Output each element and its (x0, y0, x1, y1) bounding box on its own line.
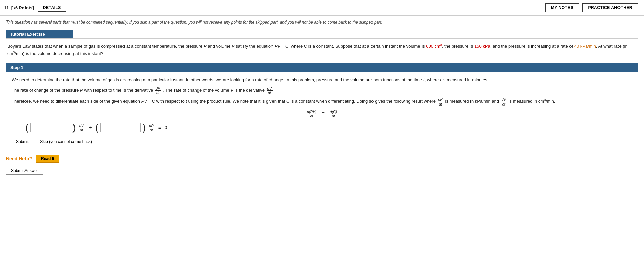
step1-content: We need to determine the rate that the v… (6, 72, 638, 150)
deriv-dV-den: dt (267, 91, 272, 95)
dP-dt-input-num: dP (148, 124, 154, 128)
dP-dt-den: dt (438, 102, 443, 106)
details-button[interactable]: DETAILS (38, 4, 66, 12)
deriv-dV-num: dV (267, 86, 273, 91)
fraction-dV-dt-2: dV dt (501, 97, 507, 106)
step1-text10: using the product rule. We note that it … (187, 99, 437, 104)
fraction-dP-input: dP dt (148, 124, 154, 132)
eq-equals-2: = (158, 123, 161, 132)
eq-equals-1: = (322, 111, 325, 116)
dV-dt-text: dV (501, 97, 507, 102)
step1-text7: is the derivative (233, 88, 266, 93)
step1-para3: Therefore, we need to differentiate each… (12, 97, 632, 106)
my-notes-button[interactable]: MY NOTES (545, 3, 579, 12)
problem-text-part1: Boyle's Law states that when a sample of… (7, 44, 204, 49)
step1-box: Step 1 We need to determine the rate tha… (6, 63, 638, 150)
dP-dt-text: dP (437, 97, 443, 102)
problem-text-part5: , the pressure is (442, 44, 474, 49)
fraction-dC-dt: d(C) dt (329, 110, 338, 118)
step1-text9: = C with respect to (147, 99, 186, 104)
problem-text-part2: and volume (207, 44, 232, 49)
read-it-button[interactable]: Read It (36, 155, 59, 163)
input-field-2[interactable] (100, 123, 141, 132)
practice-another-button[interactable]: PRACTICE ANOTHER (582, 3, 638, 12)
sequential-note: This question has several parts that mus… (6, 19, 638, 25)
step1-text5: with respect to time is the derivative (83, 88, 154, 93)
step1-text6: . The rate of change of the volume (163, 88, 230, 93)
close-paren-2: ) (143, 123, 146, 132)
step1-V1: V (230, 88, 233, 93)
problem-rate: 40 kPa/min (574, 44, 596, 49)
top-bar: 11. [-/6 Points] DETAILS MY NOTES PRACTI… (0, 0, 644, 16)
top-left: 11. [-/6 Points] DETAILS (4, 4, 66, 12)
problem-P: P (204, 44, 207, 49)
submit-button[interactable]: Submit (12, 138, 33, 145)
eq-lhs-den: dt (309, 114, 314, 118)
dV-dt-input-num: dV (79, 124, 84, 128)
need-help-label: Need Help? (6, 156, 32, 161)
dP-dt-input-den: dt (149, 128, 153, 132)
step1-para1: We need to determine the rate that the v… (12, 76, 632, 84)
step1-text3: is measured in minutes. (441, 77, 489, 82)
tutorial-divider (6, 38, 638, 39)
problem-pressure: 150 kPa (474, 44, 490, 49)
step1-text1: We need to determine the rate that the v… (12, 77, 423, 82)
big-equation: ( ) dV dt + ( ) dP dt = 0 (25, 123, 632, 133)
step1-PV-eq: PV (141, 99, 147, 104)
problem-V: V (232, 44, 235, 49)
bottom-divider (6, 181, 638, 181)
deriv-dP-num: dP (155, 86, 161, 91)
content-area: This question has several parts that mus… (0, 16, 644, 185)
fraction-dPV-dt: d(PV) dt (306, 110, 317, 118)
submit-area: Submit Skip (you cannot come back) (12, 138, 632, 145)
problem-text-part4: = C, where C is a constant. Suppose that… (280, 44, 426, 49)
problem-text: Boyle's Law states that when a sample of… (6, 43, 638, 57)
question-number: 11. [-/6 Points] (4, 5, 34, 10)
fraction-dP-dt-2: dP dt (437, 97, 443, 106)
problem-volume: 600 cm (426, 44, 440, 49)
tutorial-header-block: Tutorial Exercise (6, 30, 638, 39)
step1-P1: P (80, 88, 83, 93)
problem-text-part6: , and the pressure is increasing at a ra… (490, 44, 574, 49)
step1-header: Step 1 (6, 63, 638, 72)
problem-text-part8: /min) is the volume decreasing at this i… (15, 51, 103, 56)
top-right: MY NOTES PRACTICE ANOTHER (545, 3, 638, 12)
submit-answer-button[interactable]: Submit Answer (6, 167, 43, 175)
step1-text2: , where (425, 77, 440, 82)
eq-rhs-num: d(C) (329, 110, 338, 114)
need-help-row: Need Help? Read It (6, 155, 638, 163)
deriv-dP-den: dt (156, 91, 160, 95)
step1-para2: The rate of change of the pressure P wit… (12, 86, 632, 95)
zero-label: 0 (165, 124, 167, 131)
close-paren-1: ) (72, 123, 76, 132)
fraction-dP-dt: dP dt (155, 86, 161, 95)
dV-dt-den: dt (502, 102, 506, 106)
problem-text-part3: satisfy the equation (235, 44, 275, 49)
problem-PV: PV (275, 44, 280, 49)
skip-button[interactable]: Skip (you cannot come back) (36, 138, 96, 145)
step1-text8: Therefore, we need to differentiate each… (12, 99, 141, 104)
eq-rhs-den: dt (331, 114, 336, 118)
fraction-dV-input: dV dt (79, 124, 84, 132)
eq-lhs-num: d(PV) (306, 110, 317, 114)
step1-text4: The rate of change of the pressure (12, 88, 80, 93)
input-field-1[interactable] (30, 123, 70, 132)
plus-sign: + (88, 123, 92, 133)
open-paren-1: ( (25, 123, 28, 132)
step1-text12: is measured in cm (509, 99, 544, 104)
tutorial-header-label: Tutorial Exercise (6, 30, 73, 38)
fraction-dV-dt: dV dt (267, 86, 273, 95)
step1-text13: /min. (546, 99, 555, 104)
open-paren-2: ( (95, 123, 98, 132)
dV-dt-input-den: dt (79, 128, 84, 132)
step1-text11: is measured in kPa/min and (445, 99, 500, 104)
equation-center: d(PV) dt = d(C) dt (12, 110, 632, 118)
